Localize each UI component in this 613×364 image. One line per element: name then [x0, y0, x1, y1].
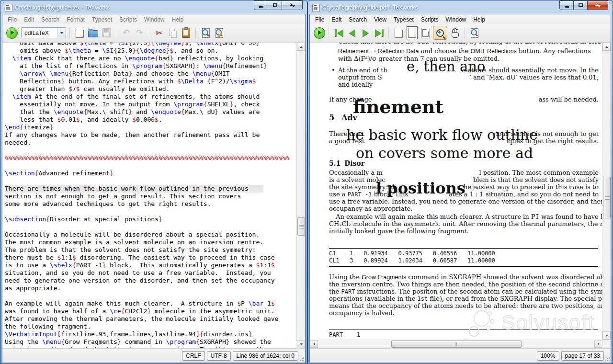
editor-vertical-scrollbar[interactable]: [296, 43, 305, 348]
menu-file[interactable]: File: [4, 15, 20, 24]
editor-line: at the list of reflections in \program{S…: [5, 62, 297, 70]
scrollbar-thumb[interactable]: [391, 341, 522, 348]
minimize-button[interactable]: [559, 0, 574, 10]
scroll-left-button[interactable]: [310, 340, 318, 348]
zoom-level-indicator[interactable]: 100%: [537, 351, 559, 361]
close-button[interactable]: [588, 0, 608, 10]
maximize-button[interactable]: [268, 0, 282, 10]
maximize-icon: [579, 3, 583, 7]
encoding-indicator[interactable]: UTF-8: [207, 351, 231, 361]
typeset-run-button[interactable]: [6, 27, 18, 39]
fit-width-button[interactable]: [406, 27, 418, 39]
scroll-down-button[interactable]: [297, 340, 305, 348]
open-button[interactable]: [87, 27, 99, 39]
editor-line: [5, 292, 297, 300]
open-folder-icon: [88, 30, 98, 37]
actual-size-button[interactable]: [393, 27, 405, 39]
arrow-up-icon: [300, 46, 303, 48]
menu-format[interactable]: Format: [63, 15, 88, 24]
fit-window-button[interactable]: [420, 27, 431, 39]
scrollbar-thumb[interactable]: [297, 217, 305, 236]
editor-line: as appropriate.: [5, 284, 297, 292]
maximize-icon: [273, 3, 277, 7]
maximize-button[interactable]: [574, 0, 588, 10]
previous-page-button[interactable]: [346, 27, 358, 39]
pdf-text-line: use a PART -1 block. This: [329, 191, 408, 198]
pdf-window-titlebar[interactable]: Crystallography-guide.pdf - TeXworks: [309, 0, 611, 14]
menu-search[interactable]: Search: [38, 15, 63, 24]
menu-window[interactable]: Window: [443, 15, 470, 24]
pdf-page[interactable]: Solvusoft Check that there are no 'bad' …: [311, 43, 602, 340]
pdf-text-line: blem is that the solvent does not satisf…: [473, 177, 599, 184]
pdf-text-line: occupancy as appropriate.: [329, 205, 412, 213]
editor-line: %%%%%%%%%%%%%%%%%%%%%%%%%%%%%%%%%%%%%%%%…: [5, 154, 297, 162]
scroll-up-button[interactable]: [297, 43, 305, 51]
menu-scripts[interactable]: Scripts: [418, 15, 442, 24]
pdf-text-line: he easiest way to proceed in this case i…: [464, 184, 599, 191]
replace-button[interactable]: [213, 27, 225, 39]
scroll-right-button[interactable]: [594, 340, 602, 348]
scroll-up-button[interactable]: [602, 43, 611, 51]
menu-edit[interactable]: Edit: [328, 15, 345, 24]
save-button[interactable]: [101, 27, 113, 39]
editor-line: less that $0.01$, and ideally $0.000$.: [5, 116, 297, 124]
typeset-run-button[interactable]: [314, 27, 325, 39]
new-document-button[interactable]: [74, 27, 86, 39]
watermark-text: Solvusoft: [501, 311, 595, 334]
copy-button[interactable]: [167, 27, 179, 39]
source-editor[interactable]: omit data above $\theta = \SI{27.5}{\deg…: [2, 43, 297, 348]
undo-button[interactable]: ↶: [120, 27, 132, 39]
menu-search[interactable]: Search: [345, 15, 370, 24]
menu-window[interactable]: Window: [141, 15, 168, 24]
editor-statusbar: CRLF UTF-8 Line 986 of 1624; col 0: [2, 348, 305, 363]
line-ending-indicator[interactable]: CRLF: [182, 351, 204, 361]
pdf-text-line: CH₂Cl₂ molecule in the asymmetric unit. …: [329, 221, 602, 228]
scroll-down-button[interactable]: [602, 331, 611, 340]
redo-button[interactable]: ↷: [134, 27, 146, 39]
hand-tool-button[interactable]: [449, 27, 461, 39]
menu-help[interactable]: Help: [470, 15, 488, 24]
editor-window-titlebar[interactable]: Crystallography-guide.tex - TeXworks: [2, 0, 306, 14]
find-icon: [202, 28, 210, 38]
pdf-statusbar: 100% page 17 of 33: [310, 348, 611, 363]
pdf-horizontal-scrollbar[interactable]: [310, 340, 611, 348]
pdf-text-line: Check that there are no 'bad' reflection…: [338, 43, 602, 46]
editor-window: Crystallography-guide.tex - TeXworks Fil…: [0, 0, 307, 364]
menu-edit[interactable]: Edit: [21, 15, 37, 24]
fit-window-icon: [421, 28, 430, 38]
pdf-vertical-scrollbar[interactable]: [602, 43, 611, 340]
arrow-right-icon: [598, 342, 600, 345]
editor-line: There are times when the basic work flow…: [5, 185, 263, 193]
menu-file[interactable]: File: [312, 15, 328, 24]
editor-line: greater than $7$ can usually be omitted.: [5, 85, 297, 93]
first-page-button[interactable]: [333, 27, 345, 39]
resize-grip[interactable]: [605, 357, 610, 362]
first-page-icon: [335, 29, 343, 37]
paste-button[interactable]: [180, 27, 192, 39]
pdf-text-line: use a free variable. Instead, you need t…: [329, 198, 602, 205]
chevron-down-icon: [57, 28, 66, 38]
minimize-button[interactable]: [254, 0, 268, 10]
menu-typeset[interactable]: Typeset: [89, 15, 115, 24]
menu-scripts[interactable]: Scripts: [116, 15, 140, 24]
actual-size-icon: [395, 28, 403, 38]
close-button[interactable]: [282, 0, 303, 10]
last-page-icon: [375, 29, 384, 37]
scrollbar-thumb[interactable]: [603, 177, 611, 218]
next-page-button[interactable]: [360, 27, 372, 39]
find-button[interactable]: [200, 27, 212, 39]
last-page-button[interactable]: [373, 27, 385, 39]
resize-grip[interactable]: [299, 357, 304, 362]
menu-help[interactable]: Help: [168, 15, 187, 24]
typeset-command-select[interactable]: pdfLaTeX: [21, 27, 66, 38]
editor-line: \arrow\ \menu{Reflection Data} and choos…: [5, 70, 297, 78]
cut-button[interactable]: ✂: [153, 27, 165, 39]
page-indicator[interactable]: page 17 of 33: [561, 351, 604, 361]
pdf-text-line: PART -1: [329, 332, 360, 338]
pdf-text-line: 5: [329, 114, 334, 122]
magnify-tool-button[interactable]: [433, 26, 447, 40]
menu-view[interactable]: View: [371, 15, 390, 24]
editor-line: \end{itemize}: [5, 124, 297, 131]
find-button[interactable]: [468, 27, 480, 39]
menu-typeset[interactable]: Typeset: [390, 15, 417, 24]
